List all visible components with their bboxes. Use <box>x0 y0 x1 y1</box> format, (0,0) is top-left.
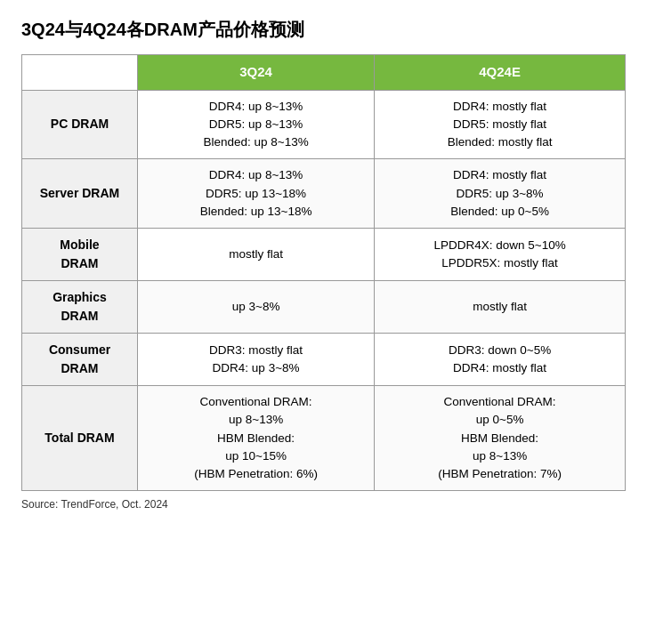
source-text: Source: TrendForce, Oct. 2024 <box>21 498 626 511</box>
row-q3-1: DDR4: up 8~13% DDR5: up 13~18% Blended: … <box>138 159 375 229</box>
row-q4-0: DDR4: mostly flat DDR5: mostly flat Blen… <box>375 90 626 159</box>
row-q4-3: mostly flat <box>375 281 626 334</box>
row-q3-0: DDR4: up 8~13% DDR5: up 8~13% Blended: u… <box>138 90 375 159</box>
row-label-0: PC DRAM <box>22 90 138 159</box>
row-label-5: Total DRAM <box>22 386 138 491</box>
row-q3-3: up 3~8% <box>138 281 375 334</box>
table-wrapper: TRENDFORCE 3Q24 4Q24E PC DRAMDDR4: up 8~… <box>21 54 626 491</box>
row-label-2: Mobile DRAM <box>22 229 138 281</box>
row-q4-2: LPDDR4X: down 5~10% LPDDR5X: mostly flat <box>375 229 626 281</box>
row-q3-4: DDR3: mostly flat DDR4: up 3~8% <box>138 334 375 386</box>
row-label-1: Server DRAM <box>22 159 138 229</box>
header-q3: 3Q24 <box>138 55 375 91</box>
row-label-4: Consumer DRAM <box>22 334 138 386</box>
header-q4: 4Q24E <box>375 55 626 91</box>
row-q3-5: Conventional DRAM: up 8~13% HBM Blended:… <box>138 386 375 491</box>
row-q4-4: DDR3: down 0~5% DDR4: mostly flat <box>375 334 626 386</box>
row-q4-5: Conventional DRAM: up 0~5% HBM Blended: … <box>375 386 626 491</box>
main-table: 3Q24 4Q24E PC DRAMDDR4: up 8~13% DDR5: u… <box>21 54 626 491</box>
row-q4-1: DDR4: mostly flat DDR5: up 3~8% Blended:… <box>375 159 626 229</box>
row-q3-2: mostly flat <box>138 229 375 281</box>
row-label-3: Graphics DRAM <box>22 281 138 334</box>
page-title: 3Q24与4Q24各DRAM产品价格预测 <box>21 18 626 42</box>
header-empty <box>22 55 138 91</box>
